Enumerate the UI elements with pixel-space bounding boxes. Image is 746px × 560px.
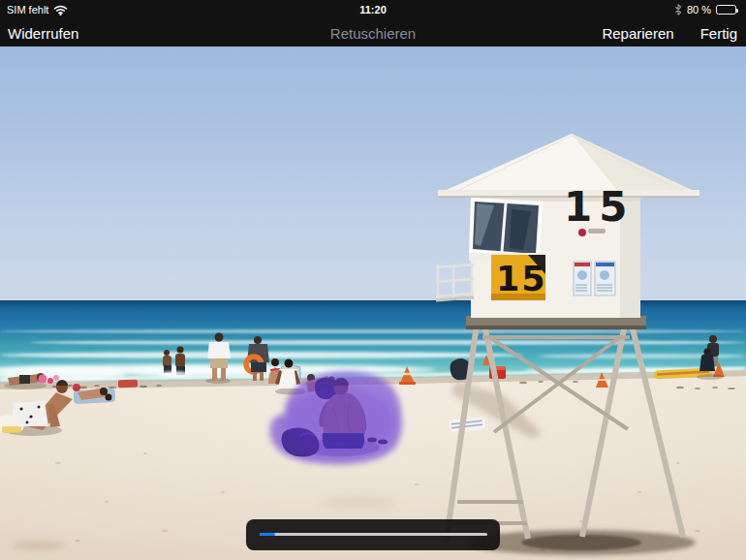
battery-icon: [716, 5, 736, 15]
done-button[interactable]: Fertig: [700, 25, 737, 42]
tower-number-panel: 15: [496, 260, 547, 298]
slider-track[interactable]: [260, 533, 487, 536]
tower-number-top: 15: [564, 183, 634, 231]
edit-toolbar: Widerrufen Retuschieren Reparieren Ferti…: [0, 19, 746, 47]
retouch-size-slider[interactable]: [246, 519, 500, 550]
repair-button[interactable]: Reparieren: [602, 25, 673, 42]
photo-canvas[interactable]: 15 15: [0, 47, 746, 560]
screen: SIM fehlt 11:20 80 % Widerrufen Retuschi…: [0, 0, 746, 560]
clock: 11:20: [0, 4, 746, 16]
beach-scene: 15 15: [0, 47, 746, 560]
status-bar: SIM fehlt 11:20 80 %: [0, 0, 746, 19]
slider-fill: [260, 533, 275, 536]
tower-railing: [436, 264, 474, 300]
lifeguard-tower: 15 15: [436, 134, 699, 555]
